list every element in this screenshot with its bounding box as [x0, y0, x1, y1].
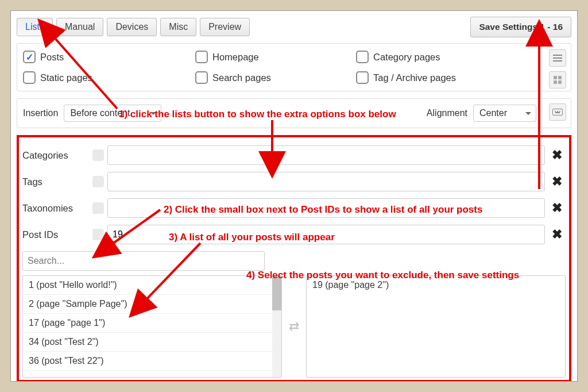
- option-posts-label: Posts: [40, 52, 64, 63]
- categories-clear[interactable]: ✖: [548, 148, 566, 163]
- option-tag-archive-label: Tag / Archive pages: [373, 72, 456, 83]
- row-post-ids: Post IDs ✖: [22, 225, 566, 244]
- alignment-select[interactable]: Center: [473, 105, 536, 122]
- page-type-options: ✓ Posts Homepage Category pages Static p…: [17, 43, 571, 91]
- option-homepage-label: Homepage: [212, 52, 259, 63]
- save-button[interactable]: Save Settings 1 - 16: [470, 17, 571, 37]
- checkbox-search-pages[interactable]: [195, 71, 208, 84]
- scrollbar-thumb[interactable]: [272, 276, 281, 310]
- post-ids-clear[interactable]: ✖: [548, 227, 566, 242]
- categories-input[interactable]: [107, 145, 545, 165]
- tags-toggle[interactable]: [92, 176, 104, 187]
- list-item[interactable]: 17 (page "page 1"): [23, 314, 281, 333]
- row-tags: Tags ✖: [22, 172, 566, 191]
- insertion-label: Insertion: [23, 108, 58, 118]
- checkbox-homepage[interactable]: [195, 51, 208, 63]
- post-ids-label: Post IDs: [22, 229, 89, 240]
- categories-label: Categories: [22, 150, 89, 161]
- option-search-pages-label: Search pages: [212, 72, 271, 83]
- tab-preview[interactable]: Preview: [200, 18, 250, 36]
- option-category-pages[interactable]: Category pages: [356, 51, 517, 63]
- row-categories: Categories ✖: [22, 145, 566, 165]
- post-ids-toggle[interactable]: [92, 229, 104, 240]
- swap-icon[interactable]: ⇄: [289, 319, 299, 334]
- option-static-pages-label: Static pages: [40, 72, 92, 83]
- grid-view-icon[interactable]: [549, 71, 566, 89]
- selected-posts-list[interactable]: 19 (page "page 2"): [306, 275, 566, 378]
- row-taxonomies: Taxonomies ✖: [22, 198, 566, 218]
- tab-misc[interactable]: Misc: [160, 18, 196, 36]
- taxonomies-input[interactable]: [107, 198, 545, 218]
- categories-toggle[interactable]: [92, 149, 104, 161]
- search-input[interactable]: [22, 251, 265, 271]
- tags-clear[interactable]: ✖: [548, 174, 566, 189]
- list-item[interactable]: 2 (page "Sample Page"): [23, 295, 281, 314]
- option-search-pages[interactable]: Search pages: [195, 71, 356, 84]
- tabs-row: Lists Manual Devices Misc Preview Save S…: [17, 17, 571, 37]
- list-item[interactable]: 36 (post "Test 22"): [23, 352, 281, 371]
- list-item[interactable]: 1 (post "Hello world!"): [23, 276, 281, 295]
- checkbox-posts[interactable]: ✓: [23, 51, 36, 63]
- list-item[interactable]: 34 (post "Test 2"): [23, 333, 281, 352]
- checkbox-tag-archive[interactable]: [356, 71, 369, 84]
- tags-label: Tags: [22, 176, 89, 187]
- post-ids-input[interactable]: [107, 225, 545, 244]
- alignment-label: Alignment: [427, 108, 467, 118]
- tab-lists[interactable]: Lists: [17, 18, 53, 36]
- taxonomies-label: Taxonomies: [22, 203, 89, 214]
- insertion-select[interactable]: Before content: [64, 105, 161, 122]
- list-item[interactable]: 19 (page "page 2"): [307, 276, 565, 294]
- option-static-pages[interactable]: Static pages: [23, 71, 195, 84]
- available-posts-list[interactable]: 1 (post "Hello world!") 2 (page "Sample …: [22, 275, 282, 378]
- option-category-pages-label: Category pages: [373, 52, 440, 63]
- checkbox-static-pages[interactable]: [23, 71, 36, 84]
- tags-input[interactable]: [107, 172, 545, 191]
- option-posts[interactable]: ✓ Posts: [23, 51, 195, 63]
- filter-box: Categories ✖ Tags ✖ Taxonomies ✖ Post ID…: [17, 135, 571, 382]
- option-homepage[interactable]: Homepage: [195, 51, 356, 63]
- option-tag-archive[interactable]: Tag / Archive pages: [356, 71, 517, 84]
- taxonomies-toggle[interactable]: [92, 202, 104, 214]
- checkbox-category-pages[interactable]: [356, 51, 369, 63]
- tab-manual[interactable]: Manual: [56, 18, 103, 36]
- tab-devices[interactable]: Devices: [107, 18, 157, 36]
- insertion-bar: Insertion Before content Alignment Cente…: [17, 98, 571, 128]
- list-view-icon[interactable]: [549, 49, 566, 67]
- keyboard-icon[interactable]: [549, 103, 566, 121]
- taxonomies-clear[interactable]: ✖: [548, 201, 566, 216]
